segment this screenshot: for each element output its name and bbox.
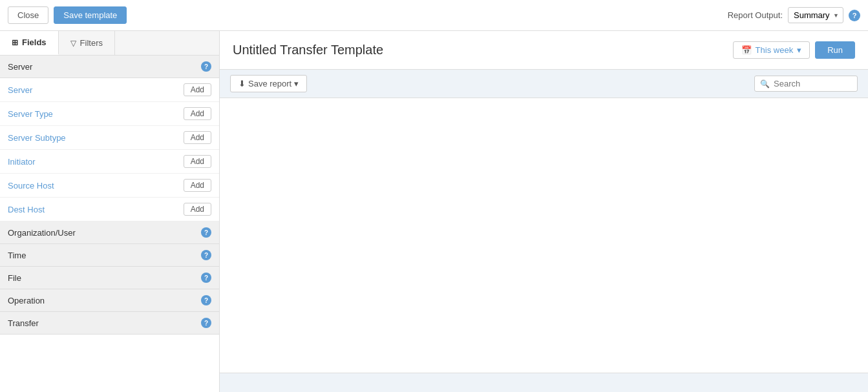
save-report-label: Save report [248, 79, 291, 88]
tab-fields-label: Fields [22, 37, 47, 47]
top-bar: Close Save template Report Output: Summa… [0, 0, 868, 31]
top-bar-left: Close Save template [8, 6, 127, 24]
section-title-time: Time [8, 251, 26, 260]
bottom-bar [220, 373, 868, 392]
section-title-transfer: Transfer [8, 318, 39, 328]
section-help-org-user[interactable]: ? [201, 227, 211, 238]
filters-tab-icon: ▽ [70, 39, 76, 48]
section-help-file[interactable]: ? [201, 273, 211, 283]
section-title-server: Server [8, 62, 32, 72]
content-header: Untitled Transfer Template 📅 This week ▾… [220, 31, 868, 69]
section-header-org-user[interactable]: Organization/User ? [0, 222, 219, 244]
section-help-transfer[interactable]: ? [201, 318, 211, 328]
field-item-dest-host: Dest Host Add [0, 198, 219, 221]
sidebar-tabs: ⊞ Fields ▽ Filters [0, 31, 219, 56]
search-wrapper: 🔍 [754, 76, 858, 92]
tab-fields[interactable]: ⊞ Fields [0, 31, 59, 55]
field-item-source-host: Source Host Add [0, 174, 219, 198]
save-report-button[interactable]: ⬇ Save report ▾ [230, 75, 307, 92]
save-template-button[interactable]: Save template [54, 6, 127, 24]
field-link-dest-host[interactable]: Dest Host [8, 205, 45, 214]
save-report-icon: ⬇ [238, 79, 246, 88]
field-item-server-type: Server Type Add [0, 102, 219, 126]
content-main [220, 98, 868, 373]
section-help-time[interactable]: ? [201, 250, 211, 260]
add-button-initiator[interactable]: Add [184, 155, 211, 168]
this-week-label: This week [756, 45, 794, 55]
section-help-server[interactable]: ? [201, 61, 211, 72]
search-input[interactable] [774, 79, 852, 88]
field-link-server[interactable]: Server [8, 85, 32, 95]
field-item-server-subtype: Server Subtype Add [0, 126, 219, 150]
close-button[interactable]: Close [8, 6, 48, 24]
field-item-initiator: Initiator Add [0, 150, 219, 174]
field-link-source-host[interactable]: Source Host [8, 181, 54, 191]
section-header-operation[interactable]: Operation ? [0, 289, 219, 312]
section-header-transfer[interactable]: Transfer ? [0, 312, 219, 335]
add-button-server-subtype[interactable]: Add [184, 131, 211, 144]
field-list-server: Server Add Server Type Add Server Subtyp… [0, 78, 219, 222]
fields-tab-icon: ⊞ [12, 38, 18, 47]
report-output-label: Report Output: [728, 10, 783, 20]
calendar-icon: 📅 [741, 45, 752, 55]
top-bar-right: Report Output: Summary Detail Raw ? [728, 7, 860, 23]
section-header-time[interactable]: Time ? [0, 244, 219, 267]
field-link-server-subtype[interactable]: Server Subtype [8, 133, 66, 143]
add-button-server-type[interactable]: Add [184, 107, 211, 120]
tab-filters-label: Filters [80, 38, 103, 48]
save-report-chevron-icon: ▾ [294, 79, 299, 88]
section-title-file: File [8, 273, 21, 283]
section-title-operation: Operation [8, 296, 45, 305]
help-icon[interactable]: ? [849, 10, 860, 21]
add-button-server[interactable]: Add [184, 83, 211, 96]
report-output-select[interactable]: Summary Detail Raw [788, 7, 843, 23]
sidebar-content: Server ? Server Add Server Type Add Serv… [0, 56, 219, 392]
content-area: Untitled Transfer Template 📅 This week ▾… [220, 31, 868, 392]
content-title: Untitled Transfer Template [233, 43, 383, 57]
section-title-org-user: Organization/User [8, 228, 76, 238]
field-item-server: Server Add [0, 78, 219, 102]
section-header-server[interactable]: Server ? [0, 56, 219, 78]
main-layout: ⊞ Fields ▽ Filters Server ? Server Add S… [0, 31, 868, 392]
this-week-button[interactable]: 📅 This week ▾ [733, 41, 810, 59]
chevron-down-icon: ▾ [797, 45, 801, 55]
field-link-initiator[interactable]: Initiator [8, 157, 36, 167]
section-help-operation[interactable]: ? [201, 295, 211, 305]
run-button[interactable]: Run [815, 41, 855, 59]
section-header-file[interactable]: File ? [0, 267, 219, 289]
toolbar-bar: ⬇ Save report ▾ 🔍 [220, 69, 868, 98]
report-output-wrapper: Summary Detail Raw [788, 7, 843, 23]
add-button-source-host[interactable]: Add [184, 179, 211, 192]
add-button-dest-host[interactable]: Add [184, 203, 211, 216]
content-header-right: 📅 This week ▾ Run [733, 41, 855, 59]
field-link-server-type[interactable]: Server Type [8, 109, 53, 119]
sidebar: ⊞ Fields ▽ Filters Server ? Server Add S… [0, 31, 220, 392]
search-icon: 🔍 [760, 79, 770, 88]
tab-filters[interactable]: ▽ Filters [59, 31, 115, 55]
